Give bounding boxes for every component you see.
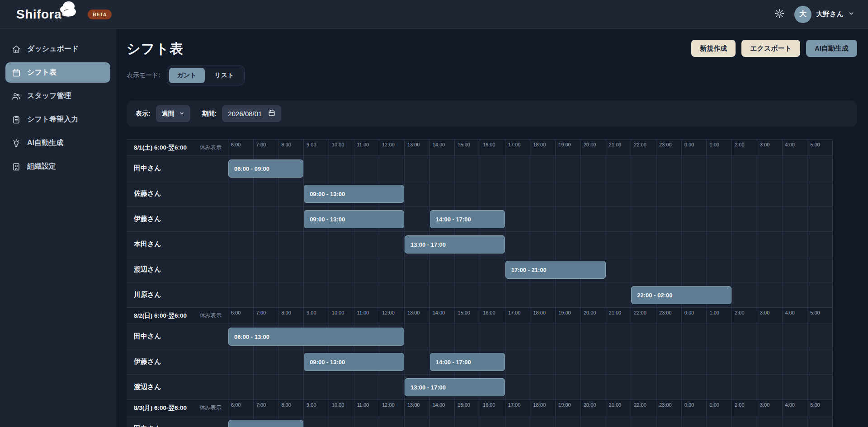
grid-cell xyxy=(707,232,732,257)
grid-cell xyxy=(682,156,707,181)
home-icon xyxy=(12,45,21,54)
grid-cell xyxy=(405,324,430,349)
sidebar-item-org-settings[interactable]: 組織設定 xyxy=(5,156,110,177)
grid-cell xyxy=(304,156,329,181)
time-tick: 11:00 xyxy=(354,400,380,416)
grid-cell xyxy=(430,181,455,206)
shift-bar[interactable]: 06:00 - 13:00 xyxy=(228,328,404,346)
grid-cell xyxy=(329,257,354,282)
time-tick: 17:00 xyxy=(505,140,531,155)
grid-cell xyxy=(707,257,732,282)
avatar: 大 xyxy=(794,6,811,23)
time-tick: 4:00 xyxy=(783,308,808,324)
shift-bar[interactable]: 13:00 - 17:00 xyxy=(405,378,505,396)
grid-cell xyxy=(556,181,581,206)
grid-cell xyxy=(505,206,531,231)
users-icon xyxy=(12,92,21,101)
grid-cell xyxy=(480,257,505,282)
grid-cell xyxy=(732,349,757,374)
sidebar-item-label: シフト表 xyxy=(27,68,57,77)
time-tick: 13:00 xyxy=(405,140,430,155)
staff-name: 川原さん xyxy=(127,282,228,307)
beta-badge: BETA xyxy=(88,9,112,19)
grid-cell xyxy=(556,156,581,181)
time-tick: 23:00 xyxy=(656,140,682,155)
grid-cell xyxy=(505,375,531,399)
staff-row: 伊藤さん09:00 - 13:0014:00 - 17:00 xyxy=(127,349,833,375)
new-shift-button[interactable]: 新規作成 xyxy=(691,40,736,57)
grid-cell xyxy=(430,282,455,307)
shift-bar[interactable]: 14:00 - 17:00 xyxy=(430,353,505,371)
grid-cell xyxy=(757,375,783,399)
shift-bar[interactable]: 09:00 - 13:00 xyxy=(304,185,404,203)
staff-row: 渡辺さん13:00 - 17:00 xyxy=(127,375,833,400)
shift-bar[interactable]: 06:00 - 09:00 xyxy=(228,420,303,427)
grid-cell xyxy=(656,349,682,374)
rest-toggle[interactable]: 休み表示 xyxy=(200,404,222,412)
staff-row: 田中さん06:00 - 09:00 xyxy=(127,416,833,427)
time-tick: 3:00 xyxy=(757,400,783,416)
grid-cell xyxy=(556,232,581,257)
shift-bar[interactable]: 06:00 - 09:00 xyxy=(228,160,303,178)
grid-cell xyxy=(379,375,405,399)
building-icon xyxy=(12,162,21,171)
grid-cell xyxy=(254,257,279,282)
sidebar-item-dashboard[interactable]: ダッシュボード xyxy=(5,39,110,59)
time-tick: 13:00 xyxy=(405,400,430,416)
shift-bar[interactable]: 17:00 - 21:00 xyxy=(505,261,606,279)
display-range-select[interactable]: 週間 xyxy=(156,105,190,122)
staff-timeline: 09:00 - 13:00 xyxy=(228,181,833,206)
time-axis: 6:007:008:009:0010:0011:0012:0013:0014:0… xyxy=(228,140,833,155)
grid-cell xyxy=(757,257,783,282)
staff-row: 川原さん22:00 - 02:00 xyxy=(127,282,833,308)
grid-cell xyxy=(656,206,682,231)
chevron-down-icon xyxy=(848,10,854,19)
grid-cell xyxy=(606,375,632,399)
period-date-input[interactable]: 2026/08/01 xyxy=(222,105,281,122)
grid-cell xyxy=(732,416,757,427)
staff-timeline: 13:00 - 17:00 xyxy=(228,375,833,399)
staff-name: 渡辺さん xyxy=(127,375,228,399)
time-tick: 20:00 xyxy=(581,400,606,416)
grid-cell xyxy=(581,349,606,374)
shift-bar[interactable]: 09:00 - 13:00 xyxy=(304,210,404,228)
rest-toggle[interactable]: 休み表示 xyxy=(200,312,222,319)
app-logo: Shifora BETA xyxy=(16,5,112,24)
theme-toggle-button[interactable] xyxy=(774,9,784,20)
grid-cell xyxy=(455,257,480,282)
grid-cell xyxy=(682,206,707,231)
shift-bar[interactable]: 13:00 - 17:00 xyxy=(405,235,505,253)
shift-bar[interactable]: 22:00 - 02:00 xyxy=(631,286,731,304)
grid-cell xyxy=(556,324,581,349)
grid-cell xyxy=(783,324,808,349)
grid-cell xyxy=(530,282,556,307)
time-tick: 14:00 xyxy=(430,140,455,155)
grid-cell xyxy=(278,375,304,399)
sidebar-item-shift-request[interactable]: シフト希望入力 xyxy=(5,109,110,130)
mode-list-button[interactable]: リスト xyxy=(207,68,242,83)
grid-cell xyxy=(430,156,455,181)
sidebar-item-ai-generate[interactable]: AI自動生成 xyxy=(5,133,110,153)
ai-generate-button[interactable]: AI自動生成 xyxy=(806,40,857,57)
mode-gantt-button[interactable]: ガント xyxy=(169,68,205,83)
shift-bar[interactable]: 09:00 - 13:00 xyxy=(304,353,404,371)
export-button[interactable]: エクスポート xyxy=(741,40,800,57)
time-tick: 20:00 xyxy=(581,140,606,155)
rest-toggle[interactable]: 休み表示 xyxy=(200,144,222,151)
sidebar-item-staff-management[interactable]: スタッフ管理 xyxy=(5,86,110,106)
grid-cell xyxy=(556,416,581,427)
grid-cell xyxy=(682,181,707,206)
grid-cell xyxy=(480,416,505,427)
grid-cell xyxy=(807,156,833,181)
user-menu[interactable]: 大 大野さん xyxy=(794,6,854,23)
grid-cell xyxy=(530,375,556,399)
sidebar-item-shift-table[interactable]: シフト表 xyxy=(5,62,110,83)
grid-cell xyxy=(379,416,405,427)
grid-cell xyxy=(254,181,279,206)
day-header-cell: 8/1(土) 6:00-翌6:00休み表示 xyxy=(127,140,228,155)
grid-cell xyxy=(631,156,656,181)
grid-cell xyxy=(656,156,682,181)
staff-timeline: 13:00 - 17:00 xyxy=(228,232,833,257)
shift-bar[interactable]: 14:00 - 17:00 xyxy=(430,210,505,228)
grid-cell xyxy=(757,282,783,307)
